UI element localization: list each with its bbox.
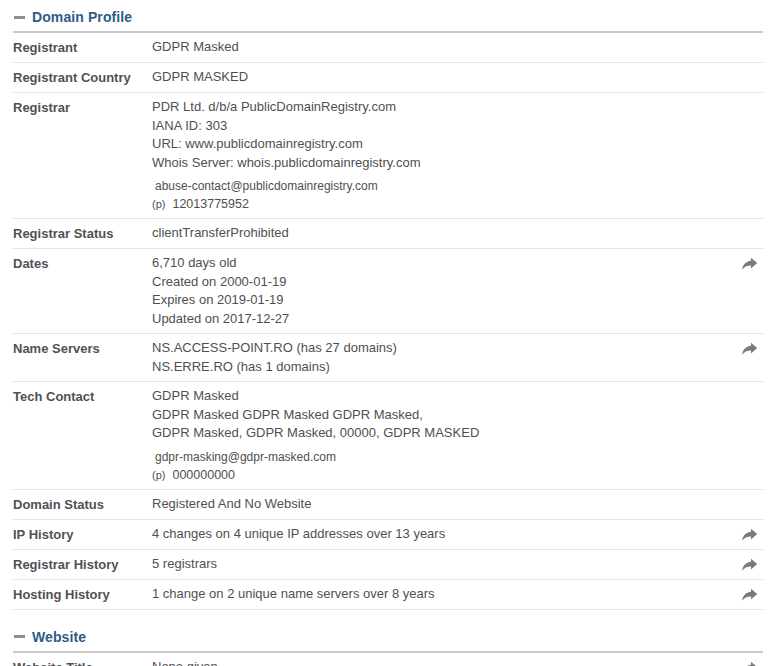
registrar-abuse-phone: (p) 12013775952	[152, 195, 763, 213]
registrar-abuse-email: abuse-contact@publicdomainregistry.com	[152, 177, 763, 195]
row-value: GDPR MASKED	[152, 68, 763, 87]
row-label: Tech Contact	[13, 387, 152, 406]
row-label: Website Title	[13, 658, 152, 666]
table-row-registrar-history: Registrar History 5 registrars	[13, 550, 763, 580]
row-value: GDPR Masked	[152, 38, 763, 57]
section-header-website[interactable]: Website	[13, 620, 763, 653]
table-row-ip-history: IP History 4 changes on 4 unique IP addr…	[13, 520, 763, 550]
row-value: 5 registrars	[152, 555, 741, 574]
domain-profile-page: Domain Profile Registrant GDPR Masked Re…	[0, 0, 774, 666]
row-value: Registered And No Website	[152, 495, 763, 514]
table-row-registrar: Registrar PDR Ltd. d/b/a PublicDomainReg…	[13, 93, 763, 219]
table-row-hosting-history: Hosting History 1 change on 2 unique nam…	[13, 580, 763, 610]
row-label: Hosting History	[13, 585, 152, 604]
row-label: Registrar	[13, 98, 152, 117]
row-value: 6,710 days old Created on 2000-01-19 Exp…	[152, 254, 741, 328]
table-row-registrant-country: Registrant Country GDPR MASKED	[13, 63, 763, 93]
section-header-domain-profile[interactable]: Domain Profile	[13, 0, 763, 33]
row-label: Name Servers	[13, 339, 152, 358]
row-value: 4 changes on 4 unique IP addresses over …	[152, 525, 741, 544]
table-row-registrant: Registrant GDPR Masked	[13, 33, 763, 63]
share-arrow-icon[interactable]	[741, 587, 758, 602]
row-value: None given.	[152, 658, 741, 666]
share-arrow-icon[interactable]	[741, 527, 758, 542]
row-value: 1 change on 2 unique name servers over 8…	[152, 585, 741, 604]
table-row-domain-status: Domain Status Registered And No Website	[13, 490, 763, 520]
section-title: Website	[32, 629, 86, 645]
row-label: Registrant Country	[13, 68, 152, 87]
share-arrow-icon[interactable]	[741, 660, 758, 666]
row-value: NS.ACCESS-POINT.RO (has 27 domains) NS.E…	[152, 339, 741, 376]
row-value: PDR Ltd. d/b/a PublicDomainRegistry.com …	[152, 98, 763, 213]
row-label: IP History	[13, 525, 152, 544]
table-row-dates: Dates 6,710 days old Created on 2000-01-…	[13, 249, 763, 334]
row-label: Registrar History	[13, 555, 152, 574]
phone-number: 000000000	[172, 466, 235, 484]
share-arrow-icon[interactable]	[741, 256, 758, 271]
table-row-name-servers: Name Servers NS.ACCESS-POINT.RO (has 27 …	[13, 334, 763, 382]
phone-prefix: (p)	[152, 195, 165, 213]
row-label: Dates	[13, 254, 152, 273]
share-arrow-icon[interactable]	[741, 557, 758, 572]
registrar-contact: abuse-contact@publicdomainregistry.com (…	[152, 177, 763, 213]
tech-contact-phone: (p) 000000000	[152, 466, 763, 484]
table-row-registrar-status: Registrar Status clientTransferProhibite…	[13, 219, 763, 249]
row-label: Registrant	[13, 38, 152, 57]
section-title: Domain Profile	[32, 9, 132, 25]
collapse-minus-icon	[14, 635, 25, 638]
tech-contact-info: gdpr-masking@gdpr-masked.com (p) 0000000…	[152, 448, 763, 484]
table-row-website-title: Website Title None given.	[13, 653, 763, 666]
phone-prefix: (p)	[152, 466, 165, 484]
row-value: GDPR Masked GDPR Masked GDPR Masked GDPR…	[152, 387, 763, 484]
tech-contact-email: gdpr-masking@gdpr-masked.com	[152, 448, 763, 466]
phone-number: 12013775952	[172, 195, 248, 213]
row-label: Registrar Status	[13, 224, 152, 243]
table-row-tech-contact: Tech Contact GDPR Masked GDPR Masked GDP…	[13, 382, 763, 490]
row-label: Domain Status	[13, 495, 152, 514]
share-arrow-icon[interactable]	[741, 341, 758, 356]
collapse-minus-icon	[14, 16, 25, 19]
row-value: clientTransferProhibited	[152, 224, 763, 243]
